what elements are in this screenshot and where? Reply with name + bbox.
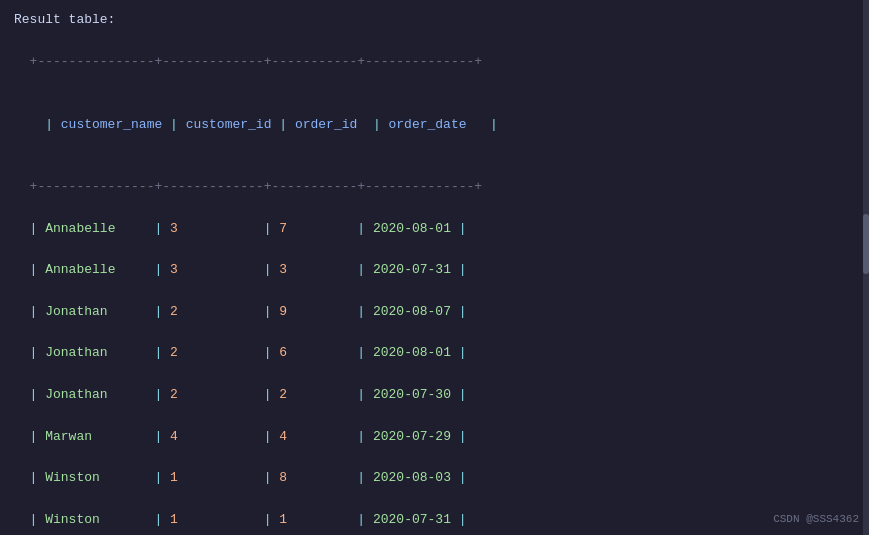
col-header-id: customer_id (186, 117, 272, 132)
col-header-oid: order_id (295, 117, 357, 132)
result-label: Result table: (14, 10, 855, 30)
data-row-1: | Annabelle | 3 | 7 | 2020-08-01 | (30, 221, 467, 236)
scrollbar-area[interactable] (863, 0, 869, 535)
data-row-6: | Marwan | 4 | 4 | 2020-07-29 | (30, 429, 467, 444)
data-row-7: | Winston | 1 | 8 | 2020-08-03 | (30, 470, 467, 485)
watermark: CSDN @SSS4362 (773, 511, 859, 528)
data-row-3: | Jonathan | 2 | 9 | 2020-08-07 | (30, 304, 467, 319)
col-header-date: order_date (389, 117, 467, 132)
data-row-5: | Jonathan | 2 | 2 | 2020-07-30 | (30, 387, 467, 402)
data-row-2: | Annabelle | 3 | 3 | 2020-07-31 | (30, 262, 467, 277)
separator-mid: +---------------+-------------+---------… (30, 179, 482, 194)
header-row: | customer_name | customer_id | order_id… (14, 117, 498, 153)
scrollbar-thumb (863, 214, 869, 274)
separator-top: +---------------+-------------+---------… (30, 54, 482, 69)
col-header-name: customer_name (61, 117, 162, 132)
table-block: +---------------+-------------+---------… (14, 32, 855, 536)
data-row-8: | Winston | 1 | 1 | 2020-07-31 | (30, 512, 467, 527)
data-row-4: | Jonathan | 2 | 6 | 2020-08-01 | (30, 345, 467, 360)
